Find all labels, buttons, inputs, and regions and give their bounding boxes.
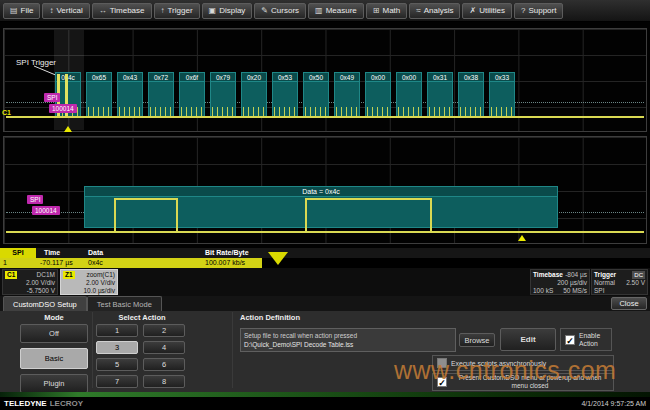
clock-pulses — [367, 107, 389, 116]
menu-measure[interactable]: ▥Measure — [308, 3, 364, 19]
menu-analysis-label: Analysis — [424, 6, 454, 15]
trigger-position-marker[interactable] — [64, 126, 72, 132]
timebase-descriptor[interactable]: Timebase-804 µs 200 µs/div 100 kS50 MS/s — [530, 269, 590, 295]
action-button-7[interactable]: 7 — [96, 375, 138, 388]
menu-math-label: Math — [382, 6, 400, 15]
setup-file-caption: Setup file to recall when action pressed — [244, 331, 452, 340]
file-icon: ▤ — [10, 6, 18, 15]
mode-off-button[interactable]: Off — [20, 324, 88, 343]
menu-display[interactable]: ▣Display — [202, 3, 253, 19]
vertical-arrows-icon: ↕ — [49, 6, 53, 15]
decode-byte: 0x33 — [489, 72, 515, 118]
zoom-trigger-marker[interactable] — [518, 235, 526, 241]
action-definition-header: Action Definition — [240, 313, 300, 322]
brand-secondary: LECROY — [50, 399, 83, 408]
tools-icon: ✗ — [469, 6, 476, 15]
menu-cursors[interactable]: ✎Cursors — [254, 3, 306, 19]
close-button[interactable]: Close — [611, 297, 647, 310]
trigger-mode: Normal — [594, 279, 615, 287]
byte-value: 0x65 — [87, 73, 111, 82]
enable-action-checkbox[interactable]: Enable Action — [560, 328, 612, 351]
timebase-delay: -804 µs — [565, 271, 587, 279]
byte-value: 0x49 — [335, 73, 359, 82]
menu-file[interactable]: ▤File — [3, 3, 40, 19]
action-button-8[interactable]: 8 — [143, 375, 185, 388]
decode-table-row[interactable]: 1 -70.117 µs 0x4c 100.007 kb/s — [0, 258, 262, 268]
byte-value: 0x31 — [428, 73, 452, 82]
byte-value: 0x43 — [118, 73, 142, 82]
menu-vertical-label: Vertical — [56, 6, 82, 15]
trigger-level: 2.50 V — [626, 279, 645, 287]
menu-display-label: Display — [219, 6, 245, 15]
byte-value: 0x20 — [242, 73, 266, 82]
decode-table-header: SPI Time Data Bit Rate/Byte — [0, 248, 650, 258]
menu-timebase[interactable]: ↔Timebase — [92, 3, 152, 19]
divider — [92, 312, 93, 388]
menu-cursors-label: Cursors — [271, 6, 299, 15]
mode-header: Mode — [18, 313, 90, 322]
spi-badge-main[interactable]: SPI — [44, 93, 60, 102]
action-button-2[interactable]: 2 — [143, 324, 185, 337]
browse-button[interactable]: Browse — [459, 333, 495, 347]
action-button-4[interactable]: 4 — [143, 341, 185, 354]
trigger-descriptor[interactable]: TriggerDC Normal2.50 V SPI — [591, 269, 648, 295]
col-data: Data — [88, 249, 103, 256]
clock-pulses — [398, 107, 420, 116]
tab-test-basic-mode[interactable]: Test Basic Mode — [87, 296, 162, 311]
waveform-area: SPI Trigger 0x4c 0x65 0x43 0x72 0x6f 0x7… — [0, 22, 650, 248]
menu-support[interactable]: ?Support — [514, 3, 563, 19]
clock-pulses — [491, 107, 513, 116]
action-button-1[interactable]: 1 — [96, 324, 138, 337]
z1-descriptor[interactable]: Z1zoom(C1) 2.00 V/div 10.0 µs/div — [60, 269, 118, 295]
decode-protocol-chip[interactable]: SPI — [0, 248, 36, 258]
present-menu-label: Present CustomDSO menu at powerup and wh… — [451, 374, 609, 390]
status-bar: TELEDYNELECROY 4/1/2014 9:57:25 AM — [0, 397, 650, 410]
menu-vertical[interactable]: ↕Vertical — [42, 3, 89, 19]
action-button-6[interactable]: 6 — [143, 358, 185, 371]
menu-math[interactable]: ⊞Math — [366, 3, 408, 19]
edit-button[interactable]: Edit — [500, 328, 556, 351]
zoom-trace-pulse — [114, 198, 178, 232]
spi-badge-zoom[interactable]: SPI — [27, 195, 43, 204]
menu-analysis[interactable]: ≈Analysis — [409, 3, 460, 19]
clock-pulses — [460, 107, 482, 116]
decode-data-label: Data = 0x4c — [85, 187, 557, 197]
mode-plugin-button[interactable]: Plugin — [20, 374, 88, 393]
menu-file-label: File — [21, 6, 34, 15]
decode-byte: 0x50 — [303, 72, 329, 118]
clock-pulses — [429, 107, 451, 116]
setup-file-field[interactable]: Setup file to recall when action pressed… — [240, 328, 456, 352]
clock-pulses — [212, 107, 234, 116]
decode-byte: 0x31 — [427, 72, 453, 118]
trace-c1 — [6, 116, 644, 118]
decode-byte: 0x43 — [117, 72, 143, 118]
waveform-chart-icon: ≈ — [416, 6, 420, 15]
trigger-title: Trigger — [594, 271, 616, 279]
horizontal-arrows-icon: ↔ — [99, 6, 107, 15]
async-checkbox[interactable]: Execute scripts asynchronously — [432, 355, 614, 371]
action-button-5[interactable]: 5 — [96, 358, 138, 371]
checkbox-checked-icon — [437, 377, 447, 387]
table-expand-arrow[interactable] — [268, 252, 288, 265]
byte-value: 0x79 — [211, 73, 235, 82]
checkbox-unchecked-icon — [437, 358, 447, 368]
tab-customdso-setup[interactable]: CustomDSO Setup — [3, 296, 87, 311]
decode-byte: 0x38 — [458, 72, 484, 118]
c1-coupling: DC1M — [37, 271, 55, 279]
byte-value: 0x6f — [180, 73, 204, 82]
ruler-icon: ▥ — [315, 6, 323, 15]
c1-descriptor[interactable]: C1DC1M 2.00 V/div -5.7500 V — [2, 269, 58, 295]
menu-trigger[interactable]: ↑Trigger — [154, 3, 200, 19]
question-icon: ? — [521, 6, 525, 15]
row-index: 1 — [3, 259, 7, 266]
timebase-samples: 100 kS — [533, 287, 553, 295]
present-menu-checkbox[interactable]: Present CustomDSO menu at powerup and wh… — [432, 373, 614, 391]
z1-chip: Z1 — [63, 271, 75, 279]
mode-basic-button[interactable]: Basic — [20, 348, 88, 369]
clock-pulses — [88, 107, 110, 116]
customdso-dialog: CustomDSO Setup Test Basic Mode Close Mo… — [0, 296, 650, 392]
spi-id-badge-main: 100014 — [49, 104, 77, 113]
menu-utilities[interactable]: ✗Utilities — [462, 3, 511, 19]
action-button-3[interactable]: 3 — [96, 341, 138, 354]
row-bitrate: 100.007 kb/s — [205, 259, 245, 266]
